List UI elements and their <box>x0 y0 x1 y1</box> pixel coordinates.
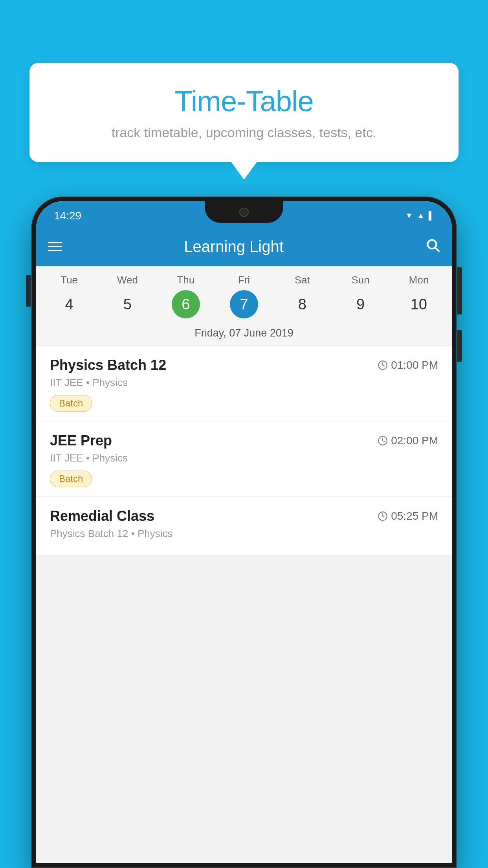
schedule-list: Physics Batch 12 01:00 PM IIT JEE • Phys… <box>36 346 452 556</box>
day-name: Thu <box>177 274 194 286</box>
day-name: Fri <box>238 274 250 286</box>
day-number[interactable]: 7 <box>230 290 258 318</box>
tooltip-title: Time-Table <box>53 85 435 118</box>
app-title: Learning Light <box>42 238 425 256</box>
batch-badge: Batch <box>50 471 92 487</box>
status-icons: ▼ ▲ ▌ <box>405 211 434 220</box>
day-name: Tue <box>61 274 78 286</box>
day-number[interactable]: 8 <box>288 290 316 318</box>
day-col-fri[interactable]: Fri7 <box>220 274 268 318</box>
day-col-tue[interactable]: Tue4 <box>46 274 93 318</box>
phone-screen: 14:29 ▼ ▲ ▌ Learning Light <box>36 201 452 863</box>
front-camera <box>239 208 249 217</box>
day-number[interactable]: 9 <box>347 290 375 318</box>
schedule-item-title: Remedial Class <box>50 508 154 524</box>
day-number[interactable]: 4 <box>55 290 83 318</box>
tooltip-subtitle: track timetable, upcoming classes, tests… <box>53 125 435 140</box>
schedule-item-header: Remedial Class 05:25 PM <box>50 508 438 524</box>
signal-icon: ▲ <box>417 211 425 220</box>
clock-icon <box>378 436 388 446</box>
schedule-item[interactable]: Remedial Class 05:25 PM Physics Batch 12… <box>36 497 452 556</box>
day-name: Sun <box>351 274 369 286</box>
volume-button <box>26 275 31 307</box>
batch-badge: Batch <box>50 395 92 412</box>
schedule-item-subtitle: IIT JEE • Physics <box>50 377 438 389</box>
day-col-thu[interactable]: Thu6 <box>162 274 209 318</box>
phone-frame: 14:29 ▼ ▲ ▌ Learning Light <box>31 197 457 868</box>
schedule-item-header: JEE Prep 02:00 PM <box>50 432 438 449</box>
schedule-item-time: 01:00 PM <box>378 359 438 371</box>
day-col-wed[interactable]: Wed5 <box>104 274 151 318</box>
schedule-item-time: 05:25 PM <box>378 510 438 522</box>
schedule-item[interactable]: JEE Prep 02:00 PM IIT JEE • Physics Batc… <box>36 421 452 497</box>
battery-icon: ▌ <box>429 211 434 220</box>
wifi-icon: ▼ <box>405 211 413 220</box>
day-number[interactable]: 5 <box>113 290 141 318</box>
day-name: Mon <box>409 274 429 286</box>
schedule-item[interactable]: Physics Batch 12 01:00 PM IIT JEE • Phys… <box>36 346 452 421</box>
day-name: Wed <box>117 274 138 286</box>
tooltip-container: Time-Table track timetable, upcoming cla… <box>29 63 459 162</box>
app-bar: Learning Light <box>36 227 452 266</box>
status-time: 14:29 <box>54 210 81 222</box>
search-button[interactable] <box>425 237 440 256</box>
schedule-item-title: JEE Prep <box>50 432 112 449</box>
day-col-mon[interactable]: Mon10 <box>395 274 442 318</box>
day-col-sat[interactable]: Sat8 <box>279 274 326 318</box>
phone-notch <box>205 201 283 223</box>
schedule-item-header: Physics Batch 12 01:00 PM <box>50 357 438 373</box>
schedule-item-subtitle: IIT JEE • Physics <box>50 452 438 464</box>
selected-date-label: Friday, 07 June 2019 <box>36 323 452 346</box>
day-name: Sat <box>295 274 310 286</box>
clock-icon <box>378 511 388 521</box>
clock-icon <box>378 360 388 370</box>
calendar-strip: Tue4Wed5Thu6Fri7Sat8Sun9Mon10 Friday, 07… <box>36 266 452 346</box>
power-button <box>457 267 462 314</box>
volume-down-button <box>457 330 462 362</box>
day-number[interactable]: 10 <box>405 290 433 318</box>
schedule-item-time: 02:00 PM <box>378 434 438 447</box>
schedule-item-subtitle: Physics Batch 12 • Physics <box>50 528 438 540</box>
days-row: Tue4Wed5Thu6Fri7Sat8Sun9Mon10 <box>36 274 452 323</box>
schedule-item-title: Physics Batch 12 <box>50 357 166 373</box>
svg-line-1 <box>435 248 439 251</box>
day-col-sun[interactable]: Sun9 <box>337 274 384 318</box>
day-number[interactable]: 6 <box>172 290 200 318</box>
tooltip-bubble: Time-Table track timetable, upcoming cla… <box>29 63 459 162</box>
